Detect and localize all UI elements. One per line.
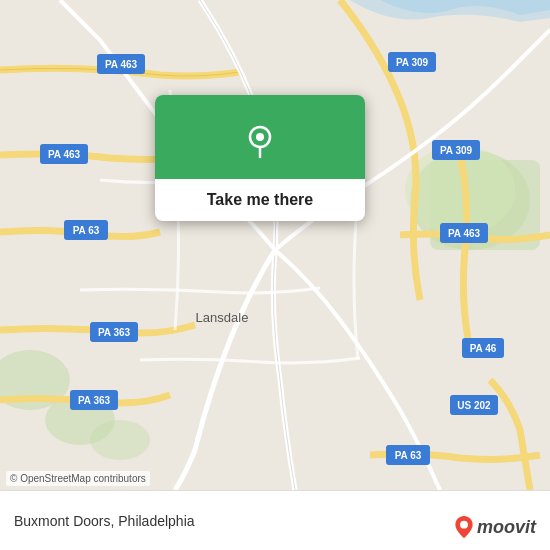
svg-text:PA 46: PA 46 — [470, 343, 497, 354]
svg-text:PA 63: PA 63 — [395, 450, 422, 461]
svg-text:PA 463: PA 463 — [448, 228, 481, 239]
svg-text:PA 463: PA 463 — [48, 149, 81, 160]
svg-text:PA 309: PA 309 — [396, 57, 429, 68]
svg-point-5 — [90, 420, 150, 460]
popup-green-area — [155, 95, 365, 179]
svg-text:PA 463: PA 463 — [105, 59, 138, 70]
svg-text:US 202: US 202 — [457, 400, 491, 411]
svg-point-31 — [256, 133, 264, 141]
svg-text:Lansdale: Lansdale — [196, 310, 249, 325]
svg-text:PA 363: PA 363 — [98, 327, 131, 338]
bottom-bar: Buxmont Doors, Philadelphia moovit — [0, 490, 550, 550]
popup-label[interactable]: Take me there — [191, 179, 329, 221]
moovit-text: moovit — [477, 517, 536, 538]
map-container: PA 463 PA 309 PA 463 PA 309 PA 63 PA 463… — [0, 0, 550, 490]
location-pin-icon — [238, 117, 282, 161]
svg-text:PA 63: PA 63 — [73, 225, 100, 236]
svg-text:PA 309: PA 309 — [440, 145, 473, 156]
bottom-title: Buxmont Doors, Philadelphia — [14, 513, 195, 529]
popup-card[interactable]: Take me there — [155, 95, 365, 221]
moovit-logo: moovit — [453, 516, 536, 538]
moovit-pin-icon — [453, 516, 475, 538]
svg-point-32 — [460, 521, 468, 529]
svg-text:PA 363: PA 363 — [78, 395, 111, 406]
osm-credit: © OpenStreetMap contributors — [6, 471, 150, 486]
